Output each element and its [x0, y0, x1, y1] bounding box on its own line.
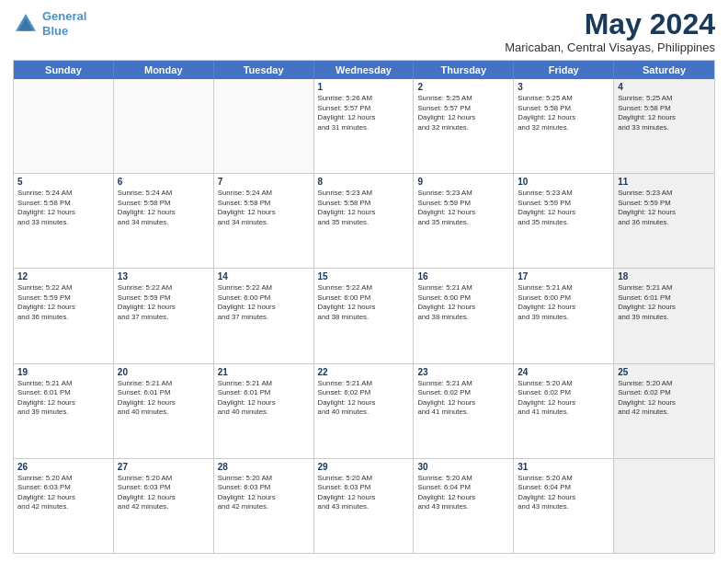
- day-number: 24: [518, 367, 609, 377]
- day-info: Sunrise: 5:25 AM Sunset: 5:58 PM Dayligh…: [518, 94, 609, 132]
- month-year: May 2024: [505, 9, 715, 39]
- day-info: Sunrise: 5:20 AM Sunset: 6:03 PM Dayligh…: [318, 474, 410, 512]
- cal-cell-16: 16Sunrise: 5:21 AM Sunset: 6:00 PM Dayli…: [414, 269, 514, 362]
- cal-cell-30: 30Sunrise: 5:20 AM Sunset: 6:04 PM Dayli…: [414, 459, 514, 553]
- cal-cell-5: 5Sunrise: 5:24 AM Sunset: 5:58 PM Daylig…: [14, 174, 114, 268]
- day-info: Sunrise: 5:21 AM Sunset: 6:01 PM Dayligh…: [118, 379, 210, 418]
- day-info: Sunrise: 5:21 AM Sunset: 6:00 PM Dayligh…: [518, 283, 609, 322]
- cal-row-0: 1Sunrise: 5:26 AM Sunset: 5:57 PM Daylig…: [14, 79, 714, 173]
- cal-cell-4: 4Sunrise: 5:25 AM Sunset: 5:58 PM Daylig…: [614, 79, 714, 173]
- logo-icon: [13, 11, 39, 37]
- day-number: 15: [318, 271, 410, 282]
- cal-cell-17: 17Sunrise: 5:21 AM Sunset: 6:00 PM Dayli…: [514, 269, 614, 362]
- cal-cell-24: 24Sunrise: 5:20 AM Sunset: 6:02 PM Dayli…: [514, 364, 614, 458]
- header-day-saturday: Saturday: [614, 61, 714, 79]
- cal-cell-6: 6Sunrise: 5:24 AM Sunset: 5:58 PM Daylig…: [114, 174, 214, 268]
- cal-cell-empty: [614, 459, 714, 553]
- cal-cell-15: 15Sunrise: 5:22 AM Sunset: 6:00 PM Dayli…: [314, 269, 415, 362]
- cal-cell-21: 21Sunrise: 5:21 AM Sunset: 6:01 PM Dayli…: [214, 364, 314, 458]
- cal-cell-28: 28Sunrise: 5:20 AM Sunset: 6:03 PM Dayli…: [214, 459, 314, 553]
- day-info: Sunrise: 5:21 AM Sunset: 6:01 PM Dayligh…: [218, 379, 310, 418]
- day-info: Sunrise: 5:21 AM Sunset: 6:02 PM Dayligh…: [318, 379, 410, 418]
- day-number: 12: [17, 271, 109, 282]
- cal-cell-2: 2Sunrise: 5:25 AM Sunset: 5:57 PM Daylig…: [414, 79, 514, 173]
- header: General Blue May 2024 Maricaban, Central…: [13, 9, 715, 54]
- cal-cell-18: 18Sunrise: 5:21 AM Sunset: 6:01 PM Dayli…: [614, 269, 714, 362]
- day-number: 31: [518, 462, 609, 472]
- cal-cell-25: 25Sunrise: 5:20 AM Sunset: 6:02 PM Dayli…: [614, 364, 714, 458]
- cal-cell-1: 1Sunrise: 5:26 AM Sunset: 5:57 PM Daylig…: [314, 79, 415, 173]
- header-day-friday: Friday: [514, 61, 614, 79]
- cal-row-1: 5Sunrise: 5:24 AM Sunset: 5:58 PM Daylig…: [14, 173, 714, 268]
- day-info: Sunrise: 5:23 AM Sunset: 5:59 PM Dayligh…: [417, 189, 509, 227]
- day-info: Sunrise: 5:20 AM Sunset: 6:02 PM Dayligh…: [518, 379, 609, 418]
- day-info: Sunrise: 5:20 AM Sunset: 6:04 PM Dayligh…: [518, 474, 609, 512]
- cal-row-3: 19Sunrise: 5:21 AM Sunset: 6:01 PM Dayli…: [14, 363, 714, 458]
- day-info: Sunrise: 5:20 AM Sunset: 6:02 PM Dayligh…: [618, 379, 711, 418]
- header-day-monday: Monday: [114, 61, 214, 79]
- day-info: Sunrise: 5:21 AM Sunset: 6:01 PM Dayligh…: [618, 283, 711, 322]
- day-info: Sunrise: 5:25 AM Sunset: 5:57 PM Dayligh…: [417, 94, 509, 132]
- cal-cell-7: 7Sunrise: 5:24 AM Sunset: 5:58 PM Daylig…: [214, 174, 314, 268]
- day-info: Sunrise: 5:24 AM Sunset: 5:58 PM Dayligh…: [218, 189, 310, 227]
- calendar-header: SundayMondayTuesdayWednesdayThursdayFrid…: [14, 61, 714, 79]
- day-info: Sunrise: 5:22 AM Sunset: 6:00 PM Dayligh…: [318, 283, 410, 322]
- day-info: Sunrise: 5:22 AM Sunset: 5:59 PM Dayligh…: [118, 283, 210, 322]
- day-number: 14: [218, 271, 310, 282]
- cal-cell-31: 31Sunrise: 5:20 AM Sunset: 6:04 PM Dayli…: [514, 459, 614, 553]
- logo: General Blue: [13, 9, 86, 38]
- calendar-body: 1Sunrise: 5:26 AM Sunset: 5:57 PM Daylig…: [14, 79, 714, 553]
- day-number: 22: [318, 367, 410, 377]
- cal-cell-8: 8Sunrise: 5:23 AM Sunset: 5:58 PM Daylig…: [314, 174, 415, 268]
- cal-cell-3: 3Sunrise: 5:25 AM Sunset: 5:58 PM Daylig…: [514, 79, 614, 173]
- day-info: Sunrise: 5:23 AM Sunset: 5:59 PM Dayligh…: [618, 189, 711, 227]
- cal-cell-12: 12Sunrise: 5:22 AM Sunset: 5:59 PM Dayli…: [14, 269, 114, 362]
- day-info: Sunrise: 5:26 AM Sunset: 5:57 PM Dayligh…: [318, 94, 410, 132]
- day-info: Sunrise: 5:22 AM Sunset: 6:00 PM Dayligh…: [218, 283, 310, 322]
- day-info: Sunrise: 5:24 AM Sunset: 5:58 PM Dayligh…: [118, 189, 210, 227]
- header-day-thursday: Thursday: [414, 61, 514, 79]
- cal-cell-9: 9Sunrise: 5:23 AM Sunset: 5:59 PM Daylig…: [414, 174, 514, 268]
- cal-row-4: 26Sunrise: 5:20 AM Sunset: 6:03 PM Dayli…: [14, 458, 714, 553]
- cal-cell-22: 22Sunrise: 5:21 AM Sunset: 6:02 PM Dayli…: [314, 364, 415, 458]
- day-number: 27: [118, 462, 210, 472]
- day-info: Sunrise: 5:20 AM Sunset: 6:04 PM Dayligh…: [417, 474, 509, 512]
- day-info: Sunrise: 5:23 AM Sunset: 5:59 PM Dayligh…: [518, 189, 609, 227]
- cal-cell-14: 14Sunrise: 5:22 AM Sunset: 6:00 PM Dayli…: [214, 269, 314, 362]
- day-number: 30: [417, 462, 509, 472]
- calendar: SundayMondayTuesdayWednesdayThursdayFrid…: [13, 60, 715, 554]
- day-number: 23: [417, 367, 509, 377]
- cal-cell-26: 26Sunrise: 5:20 AM Sunset: 6:03 PM Dayli…: [14, 459, 114, 553]
- cal-cell-13: 13Sunrise: 5:22 AM Sunset: 5:59 PM Dayli…: [114, 269, 214, 362]
- header-day-sunday: Sunday: [14, 61, 114, 79]
- header-day-tuesday: Tuesday: [214, 61, 314, 79]
- cal-cell-23: 23Sunrise: 5:21 AM Sunset: 6:02 PM Dayli…: [414, 364, 514, 458]
- cal-row-2: 12Sunrise: 5:22 AM Sunset: 5:59 PM Dayli…: [14, 268, 714, 362]
- cal-cell-27: 27Sunrise: 5:20 AM Sunset: 6:03 PM Dayli…: [114, 459, 214, 553]
- day-info: Sunrise: 5:21 AM Sunset: 6:01 PM Dayligh…: [17, 379, 109, 418]
- day-info: Sunrise: 5:25 AM Sunset: 5:58 PM Dayligh…: [618, 94, 711, 132]
- day-number: 18: [618, 271, 711, 282]
- cal-cell-empty: [214, 79, 314, 173]
- day-number: 19: [17, 367, 109, 377]
- cal-cell-10: 10Sunrise: 5:23 AM Sunset: 5:59 PM Dayli…: [514, 174, 614, 268]
- day-number: 4: [618, 82, 711, 92]
- day-number: 10: [518, 177, 609, 187]
- day-info: Sunrise: 5:21 AM Sunset: 6:02 PM Dayligh…: [417, 379, 509, 418]
- cal-cell-empty: [114, 79, 214, 173]
- header-day-wednesday: Wednesday: [314, 61, 415, 79]
- day-number: 1: [318, 82, 410, 92]
- day-info: Sunrise: 5:23 AM Sunset: 5:58 PM Dayligh…: [318, 189, 410, 227]
- day-number: 16: [417, 271, 509, 282]
- day-number: 9: [417, 177, 509, 187]
- logo-text: General Blue: [42, 9, 86, 38]
- day-info: Sunrise: 5:21 AM Sunset: 6:00 PM Dayligh…: [417, 283, 509, 322]
- page: General Blue May 2024 Maricaban, Central…: [0, 0, 728, 563]
- day-number: 11: [618, 177, 711, 187]
- day-number: 5: [17, 177, 109, 187]
- cal-cell-29: 29Sunrise: 5:20 AM Sunset: 6:03 PM Dayli…: [314, 459, 415, 553]
- day-info: Sunrise: 5:20 AM Sunset: 6:03 PM Dayligh…: [118, 474, 210, 512]
- location: Maricaban, Central Visayas, Philippines: [505, 40, 715, 54]
- day-number: 6: [118, 177, 210, 187]
- day-number: 8: [318, 177, 410, 187]
